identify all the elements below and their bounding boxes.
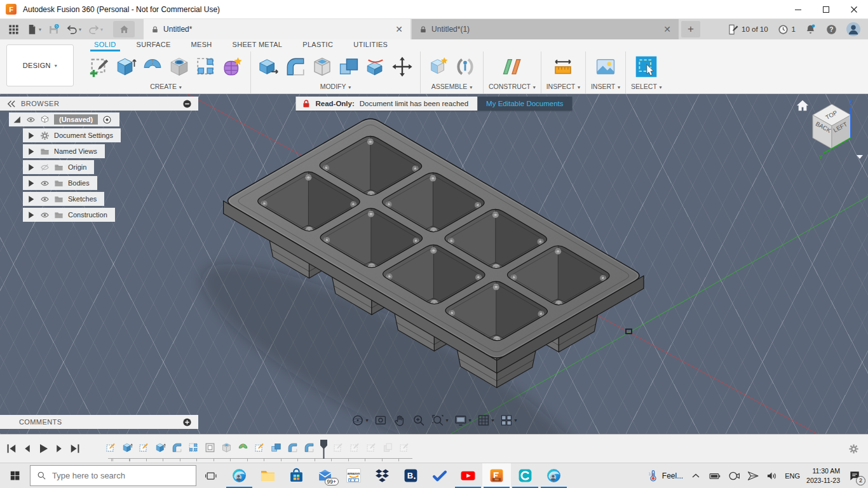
minimize-browser-icon[interactable] bbox=[182, 99, 192, 109]
document-tab-active[interactable]: Untitled* ✕ bbox=[144, 19, 410, 39]
weather-widget[interactable]: Feel... bbox=[647, 470, 683, 482]
tab-close-icon[interactable]: ✕ bbox=[395, 24, 403, 34]
ribbon-group-label[interactable]: CONSTRUCT ▾ bbox=[489, 83, 536, 90]
orbit-tool[interactable]: ▾ bbox=[351, 414, 368, 427]
ribbon-tab-sheet-metal[interactable]: SHEET METAL bbox=[222, 39, 293, 51]
language-indicator[interactable]: ENG bbox=[785, 472, 800, 480]
browser-root-row[interactable]: (Unsaved) bbox=[9, 112, 119, 126]
task-view-button[interactable] bbox=[196, 463, 225, 488]
eye-visible-icon[interactable] bbox=[26, 115, 36, 125]
expand-arrow-icon[interactable] bbox=[26, 147, 36, 156]
skip-end-icon[interactable] bbox=[69, 442, 81, 455]
feature-fillet-icon[interactable] bbox=[304, 442, 315, 453]
viewcube-home-icon[interactable] bbox=[796, 99, 810, 112]
chevron-down-icon[interactable]: ▾ bbox=[515, 417, 517, 423]
joint-button[interactable] bbox=[452, 53, 478, 81]
start-button[interactable] bbox=[0, 463, 30, 488]
activate-component-radio-icon[interactable] bbox=[102, 115, 112, 125]
browser-item-named-views[interactable]: Named Views bbox=[23, 144, 105, 158]
feature-box-icon[interactable] bbox=[205, 442, 215, 453]
feature-sketch-icon[interactable] bbox=[366, 442, 377, 453]
new-component-button[interactable] bbox=[426, 53, 451, 81]
expand-arrow-icon[interactable] bbox=[26, 131, 36, 140]
redo-icon[interactable]: ▾ bbox=[85, 21, 105, 37]
feature-sketch-icon[interactable] bbox=[349, 442, 360, 453]
taskbar-app-file-explorer[interactable] bbox=[254, 463, 282, 488]
browser-item-document-settings[interactable]: Document Settings bbox=[23, 128, 121, 142]
feature-combine-icon[interactable] bbox=[271, 442, 281, 453]
timeline-playhead[interactable] bbox=[320, 440, 328, 459]
chevron-down-icon[interactable]: ▾ bbox=[365, 417, 368, 423]
move-copy-button[interactable] bbox=[390, 53, 415, 81]
taskbar-app-camtasia[interactable] bbox=[511, 463, 539, 488]
save-icon[interactable] bbox=[45, 21, 62, 37]
taskbar-search[interactable] bbox=[30, 465, 196, 486]
fillet-button[interactable] bbox=[283, 53, 308, 81]
taskbar-app-mail[interactable]: 99+ bbox=[311, 463, 339, 488]
document-tab-inactive[interactable]: Untitled*(1) ✕ bbox=[412, 19, 679, 39]
ribbon-group-label[interactable]: INSPECT ▾ bbox=[546, 83, 580, 90]
feature-sketch-icon[interactable] bbox=[139, 442, 149, 453]
step-back-icon[interactable] bbox=[21, 442, 34, 455]
file-menu-icon[interactable]: ▾ bbox=[24, 21, 44, 37]
editable-documents-counter[interactable]: 10 of 10 bbox=[727, 24, 768, 36]
feature-sketch-icon[interactable] bbox=[105, 442, 116, 453]
construction-plane-button[interactable] bbox=[499, 53, 525, 81]
eye-visible-icon[interactable] bbox=[40, 179, 50, 188]
search-input[interactable] bbox=[52, 471, 189, 480]
app-grid-icon[interactable] bbox=[5, 21, 22, 37]
eye-visible-icon[interactable] bbox=[40, 210, 50, 220]
action-center-button[interactable]: 2 bbox=[846, 468, 863, 484]
ribbon-group-label[interactable]: SELECT ▾ bbox=[631, 83, 662, 90]
editable-documents-link[interactable]: My Editable Documents bbox=[477, 97, 572, 111]
select-button[interactable] bbox=[634, 53, 659, 81]
expand-open-icon[interactable] bbox=[12, 115, 22, 125]
expand-comments-icon[interactable] bbox=[182, 417, 192, 427]
feature-sketch-icon[interactable] bbox=[399, 442, 410, 453]
expand-arrow-icon[interactable] bbox=[26, 210, 36, 220]
hole-button[interactable] bbox=[166, 53, 192, 81]
comments-panel[interactable]: COMMENTS bbox=[0, 415, 198, 429]
shell-button[interactable] bbox=[309, 53, 335, 81]
pan-tool[interactable] bbox=[393, 414, 406, 427]
job-status[interactable]: 1 bbox=[777, 24, 796, 36]
ribbon-group-label[interactable]: MODIFY ▾ bbox=[320, 83, 351, 90]
chevron-down-icon[interactable]: ▾ bbox=[468, 417, 471, 423]
form-button[interactable] bbox=[220, 53, 245, 81]
chevron-down-icon[interactable]: ▾ bbox=[445, 417, 448, 423]
create-sketch-button[interactable] bbox=[86, 53, 112, 81]
browser-item-sketches[interactable]: Sketches bbox=[23, 192, 104, 206]
feature-sketch-icon[interactable] bbox=[254, 442, 265, 453]
feature-revolve-icon[interactable] bbox=[238, 442, 248, 453]
browser-item-bodies[interactable]: Bodies bbox=[23, 176, 97, 190]
grid-settings-tool[interactable]: ▾ bbox=[477, 414, 494, 427]
root-component-label[interactable]: (Unsaved) bbox=[54, 114, 98, 125]
workspace-switcher[interactable]: DESIGN▾ bbox=[6, 44, 74, 86]
ribbon-group-label[interactable]: ASSEMBLE ▾ bbox=[431, 83, 473, 90]
ribbon-tab-utilities[interactable]: UTILITIES bbox=[343, 39, 398, 51]
volume-icon[interactable] bbox=[766, 470, 778, 482]
tab-close-icon[interactable]: ✕ bbox=[663, 24, 671, 34]
step-forward-icon[interactable] bbox=[53, 442, 65, 455]
help-icon[interactable]: ? bbox=[825, 24, 837, 36]
split-body-button[interactable] bbox=[363, 53, 388, 81]
viewcube-menu-icon[interactable] bbox=[855, 154, 864, 160]
timeline-settings-gear-icon[interactable] bbox=[848, 444, 859, 454]
ribbon-tab-plastic[interactable]: PLASTIC bbox=[292, 39, 343, 51]
measure-button[interactable] bbox=[550, 53, 576, 81]
eye-visible-icon[interactable] bbox=[40, 194, 50, 204]
ribbon-group-label[interactable]: CREATE ▾ bbox=[150, 83, 182, 90]
viewports-tool[interactable]: ▾ bbox=[500, 414, 517, 427]
feature-fillet-icon[interactable] bbox=[287, 442, 298, 453]
browser-header[interactable]: BROWSER bbox=[0, 97, 198, 111]
taskbar-app-edge-profile[interactable] bbox=[539, 463, 568, 488]
taskbar-app-fusion-360[interactable]: 360 bbox=[482, 463, 511, 488]
feature-copy-icon[interactable] bbox=[383, 442, 393, 453]
avatar[interactable] bbox=[846, 22, 860, 36]
play-icon[interactable] bbox=[37, 442, 50, 455]
view-cube-widget[interactable]: TOP BACK LEFT Z Y bbox=[792, 95, 867, 161]
chevron-down-icon[interactable]: ▾ bbox=[492, 417, 494, 423]
expand-arrow-icon[interactable] bbox=[26, 194, 36, 204]
airplane-mode-icon[interactable] bbox=[747, 470, 759, 482]
collapse-panel-icon[interactable] bbox=[6, 99, 16, 109]
